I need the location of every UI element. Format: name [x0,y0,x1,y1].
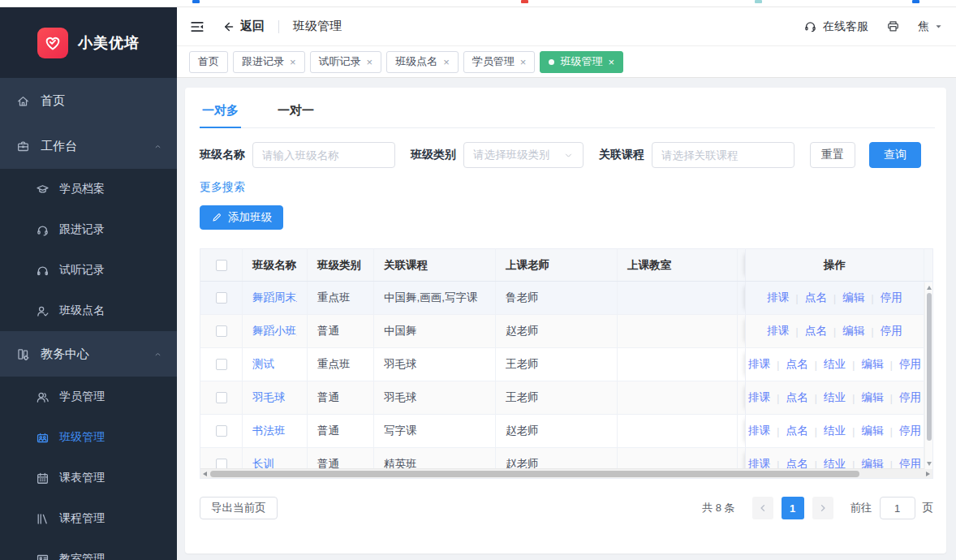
action-link-编辑[interactable]: 编辑 [842,324,864,338]
row-checkbox[interactable] [216,359,227,370]
class-name-link[interactable]: 长训 [252,457,274,468]
action-link-结业[interactable]: 结业 [824,390,846,405]
sidebar-item-audition-records[interactable]: 试听记录 [0,250,177,291]
user-menu[interactable]: 焦 [918,19,943,34]
page-tab-0[interactable]: 首页 [189,51,228,73]
fixed-column-gap [738,315,745,347]
online-service-button[interactable]: 在线客服 [803,19,868,34]
horizontal-scroll-thumb[interactable] [210,471,859,477]
action-link-点名[interactable]: 点名 [786,390,807,405]
search-button[interactable]: 查询 [869,142,921,168]
page-tab-3[interactable]: 班级点名× [386,51,459,73]
action-link-排课[interactable]: 排课 [748,390,770,405]
sidebar-item-academic-center[interactable]: 教务中心 [0,331,177,377]
horizontal-scrollbar[interactable] [200,468,932,478]
sidebar-item-classroom-mgmt[interactable]: 教室管理 [0,539,177,560]
scroll-down-arrow[interactable] [927,462,932,466]
row-checkbox[interactable] [216,392,227,403]
back-button[interactable]: 返回 [222,19,265,34]
close-tab-icon[interactable]: × [290,57,296,67]
class-name-link[interactable]: 舞蹈小班赵老 [252,324,297,338]
action-link-编辑[interactable]: 编辑 [842,291,864,305]
sidebar-item-schedule-mgmt[interactable]: 课表管理 [0,458,177,498]
action-link-点名[interactable]: 点名 [805,324,827,338]
select-all-checkbox[interactable] [216,260,227,271]
action-link-编辑[interactable]: 编辑 [862,357,884,372]
print-icon[interactable] [886,19,900,33]
vertical-scrollbar[interactable] [924,282,932,469]
action-link-停用[interactable]: 停用 [881,291,902,305]
action-link-点名[interactable]: 点名 [805,291,827,305]
row-checkbox[interactable] [216,425,227,437]
goto-page: 前往 页 [850,497,934,519]
prev-page-button[interactable] [752,497,773,519]
sidebar-item-course-mgmt[interactable]: 课程管理 [0,498,177,539]
action-link-停用[interactable]: 停用 [899,457,921,468]
goto-page-input[interactable] [880,497,915,519]
action-link-排课[interactable]: 排课 [748,357,770,372]
scroll-up-arrow[interactable] [927,286,932,290]
action-separator: | [890,459,894,469]
sidebar-item-workbench[interactable]: 工作台 [0,123,177,169]
close-tab-icon[interactable]: × [608,57,614,67]
scroll-left-arrow[interactable] [203,472,207,476]
action-link-点名[interactable]: 点名 [786,424,807,438]
mode-tab-0[interactable]: 一对多 [200,103,241,127]
sidebar-item-home[interactable]: 首页 [0,78,177,123]
more-search-link[interactable]: 更多搜索 [200,180,245,195]
action-link-排课[interactable]: 排课 [748,424,770,438]
row-checkbox[interactable] [216,325,227,337]
action-link-编辑[interactable]: 编辑 [862,457,884,468]
mode-tab-1[interactable]: 一对一 [275,103,317,127]
sidebar-collapse-icon[interactable] [190,19,205,34]
sidebar-item-class-mgmt[interactable]: 班级管理 [0,417,177,458]
export-button[interactable]: 导出当前页 [200,497,278,519]
action-link-排课[interactable]: 排课 [767,324,789,338]
class-name-link[interactable]: 测试 [252,357,274,372]
reset-button[interactable]: 重置 [810,142,855,168]
page-tab-5[interactable]: 班级管理× [540,51,623,73]
filter-select-1[interactable]: 请选择班级类别 [463,142,584,168]
vertical-scroll-thumb[interactable] [927,293,932,441]
sidebar-item-student-archives[interactable]: 学员档案 [0,169,177,209]
sidebar-item-class-rollcall[interactable]: 班级点名 [0,291,177,331]
action-link-编辑[interactable]: 编辑 [862,424,884,438]
sidebar-item-student-mgmt[interactable]: 学员管理 [0,377,177,417]
row-checkbox-cell [200,348,243,381]
action-link-点名[interactable]: 点名 [786,357,807,372]
scroll-right-arrow[interactable] [926,472,930,476]
row-checkbox[interactable] [216,459,227,468]
action-link-点名[interactable]: 点名 [786,457,807,468]
action-link-停用[interactable]: 停用 [899,357,921,372]
page-tab-2[interactable]: 试听记录× [310,51,382,73]
filter-input-2[interactable] [661,149,785,162]
class-name-link[interactable]: 羽毛球 [252,390,286,405]
action-link-结业[interactable]: 结业 [824,457,846,468]
current-page-button[interactable]: 1 [782,497,804,519]
close-tab-icon[interactable]: × [520,57,527,67]
row-checkbox[interactable] [216,292,227,304]
action-link-结业[interactable]: 结业 [824,424,846,438]
class-name-link[interactable]: 舞蹈周末王老 [252,291,297,305]
action-link-停用[interactable]: 停用 [899,390,921,405]
filter-input-0[interactable] [262,149,385,162]
briefcase-icon [16,140,30,153]
teacher-cell: 赵老师 [496,448,618,468]
class-name-link[interactable]: 书法班 [252,424,286,438]
class-name-cell: 舞蹈周末王老 [243,282,308,314]
sidebar-item-follow-records[interactable]: 跟进记录 [0,209,177,250]
action-link-结业[interactable]: 结业 [824,357,846,372]
column-header-0: 班级名称 [243,249,308,281]
add-class-button[interactable]: 添加班级 [200,205,283,230]
action-link-编辑[interactable]: 编辑 [862,390,884,405]
action-link-排课[interactable]: 排课 [748,457,770,468]
action-link-排课[interactable]: 排课 [767,291,789,305]
action-link-停用[interactable]: 停用 [881,324,902,338]
active-tab-dot [549,59,554,65]
close-tab-icon[interactable]: × [443,57,450,67]
page-tab-1[interactable]: 跟进记录× [233,51,305,73]
action-link-停用[interactable]: 停用 [899,424,921,438]
close-tab-icon[interactable]: × [367,57,373,67]
page-tab-4[interactable]: 学员管理× [463,51,536,73]
next-page-button[interactable] [812,497,833,519]
